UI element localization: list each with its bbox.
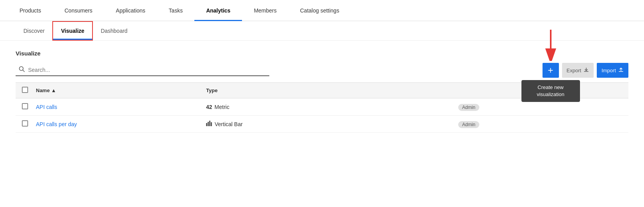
import-icon	[618, 67, 624, 74]
row-checkbox[interactable]	[22, 120, 28, 127]
row-type-api-calls: 42 Metric	[206, 104, 452, 110]
type-label: Metric	[215, 104, 229, 110]
header-type: Type	[206, 87, 452, 93]
main-content: Visualize	[0, 41, 644, 142]
add-visualization-button[interactable]: + Create new visualization	[543, 63, 559, 78]
toolbar-right: + Create new visualization Export Import	[543, 63, 628, 78]
nav-applications[interactable]: Applications	[104, 0, 157, 21]
import-label: Import	[601, 68, 616, 73]
nav-products[interactable]: Products	[8, 0, 53, 21]
nav-tasks[interactable]: Tasks	[157, 0, 194, 21]
bar-chart-icon	[206, 121, 212, 127]
admin-badge: Admin	[458, 104, 479, 111]
nav-analytics[interactable]: Analytics	[194, 0, 242, 21]
row-actions-api-calls: Admin	[458, 104, 622, 110]
export-icon	[584, 67, 589, 74]
select-all-checkbox[interactable]	[22, 87, 28, 93]
nav-catalog-settings[interactable]: Catalog settings	[288, 0, 351, 21]
admin-badge: Admin	[458, 121, 479, 128]
svg-line-1	[23, 70, 25, 72]
row-type-api-calls-per-day: Vertical Bar	[206, 121, 452, 127]
export-label: Export	[567, 68, 582, 73]
toolbar: + Create new visualization Export Import	[16, 63, 628, 78]
header-name[interactable]: Name ▲	[36, 87, 200, 93]
header-checkbox-cell	[22, 87, 30, 94]
svg-rect-5	[208, 122, 209, 126]
row-checkbox[interactable]	[22, 103, 28, 109]
search-container	[16, 64, 269, 76]
export-button[interactable]: Export	[562, 63, 594, 78]
add-button-wrapper: + Create new visualization	[543, 63, 559, 78]
section-title: Visualize	[16, 50, 628, 57]
search-input[interactable]	[28, 67, 266, 73]
nav-consumers[interactable]: Consumers	[53, 0, 104, 21]
red-arrow	[543, 30, 559, 61]
type-number: 42	[206, 104, 212, 110]
subnav-visualize[interactable]: Visualize	[52, 21, 93, 41]
svg-rect-6	[209, 121, 210, 126]
nav-members[interactable]: Members	[242, 0, 288, 21]
row-checkbox-cell	[22, 103, 30, 111]
subnav-discover[interactable]: Discover	[16, 21, 52, 41]
row-name-api-calls-per-day[interactable]: API calls per day	[36, 121, 200, 127]
subnav-dashboard[interactable]: Dashboard	[93, 21, 135, 41]
svg-rect-4	[206, 123, 207, 126]
search-icon	[19, 66, 25, 74]
row-actions-api-calls-per-day: Admin	[458, 121, 622, 127]
import-button[interactable]: Import	[597, 63, 628, 78]
type-label: Vertical Bar	[215, 121, 243, 127]
table-row: API calls per day Vertical Bar Admin	[16, 116, 628, 133]
svg-rect-7	[211, 122, 212, 126]
top-nav: Products Consumers Applications Tasks An…	[0, 0, 644, 21]
row-checkbox-cell	[22, 120, 30, 128]
create-visualization-tooltip: Create new visualization	[521, 80, 580, 102]
row-name-api-calls[interactable]: API calls	[36, 104, 200, 110]
plus-icon: +	[548, 66, 553, 75]
